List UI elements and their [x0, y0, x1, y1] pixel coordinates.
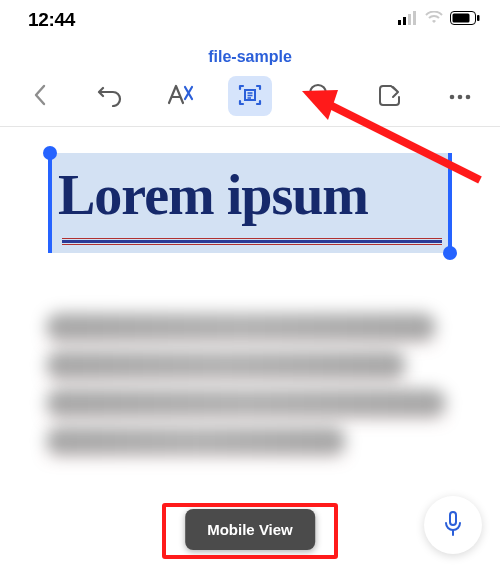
back-button[interactable]: [18, 76, 62, 116]
cellular-icon: [398, 11, 418, 29]
selected-heading-text: Lorem ipsum: [52, 153, 448, 227]
mic-icon: [441, 510, 465, 541]
text-style-icon: [166, 83, 194, 110]
document-canvas[interactable]: Lorem ipsum: [0, 127, 500, 455]
svg-rect-1: [403, 17, 406, 25]
toolbar-section: file-sample: [0, 36, 500, 127]
mobile-view-pill[interactable]: Mobile View: [185, 509, 315, 550]
doc-title: file-sample: [0, 36, 500, 70]
svg-rect-5: [453, 14, 470, 23]
mobile-view-button[interactable]: [228, 76, 272, 116]
underline-decoration: [62, 237, 442, 247]
share-button[interactable]: [368, 76, 412, 116]
more-button[interactable]: [438, 76, 482, 116]
svg-rect-0: [398, 20, 401, 25]
chevron-left-icon: [32, 83, 48, 110]
status-bar: 12:44: [0, 0, 500, 36]
selection-handle-bottom-right[interactable]: [443, 246, 457, 260]
text-selection[interactable]: Lorem ipsum: [48, 153, 452, 253]
svg-line-12: [324, 99, 330, 105]
battery-icon: [450, 11, 480, 29]
svg-rect-3: [413, 11, 416, 25]
svg-rect-6: [477, 15, 480, 21]
share-icon: [377, 83, 403, 110]
search-button[interactable]: [298, 76, 342, 116]
toolbar: [0, 70, 500, 116]
svg-rect-2: [408, 14, 411, 25]
svg-point-14: [458, 94, 463, 99]
undo-button[interactable]: [88, 76, 132, 116]
mic-button[interactable]: [424, 496, 482, 554]
mobile-view-pill-label: Mobile View: [207, 521, 293, 538]
text-style-button[interactable]: [158, 76, 202, 116]
search-icon: [307, 82, 333, 111]
mobile-view-icon: [236, 81, 264, 112]
status-time: 12:44: [28, 9, 75, 31]
svg-point-13: [450, 94, 455, 99]
svg-rect-18: [450, 512, 456, 525]
selection-handle-top-left[interactable]: [43, 146, 57, 160]
svg-point-15: [466, 94, 471, 99]
wifi-icon: [424, 11, 444, 29]
more-icon: [448, 89, 472, 104]
status-icons: [398, 11, 480, 29]
undo-icon: [97, 83, 123, 110]
blurred-body-text: [16, 313, 484, 455]
